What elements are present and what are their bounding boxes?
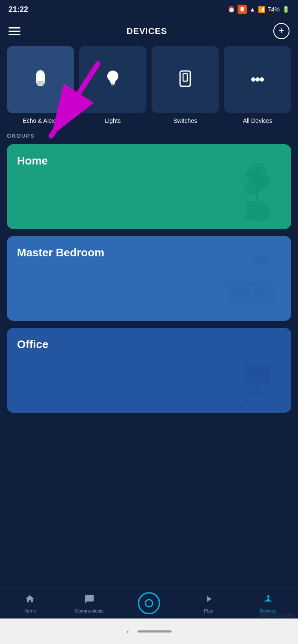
home-nav-icon bbox=[25, 594, 35, 607]
bottom-nav: Home Communicate Play Devices bbox=[0, 587, 298, 618]
svg-rect-27 bbox=[232, 287, 249, 298]
plus-icon: + bbox=[279, 26, 284, 35]
office-decoration bbox=[232, 356, 283, 409]
svg-rect-28 bbox=[253, 287, 270, 298]
switch-svg-icon bbox=[178, 69, 192, 90]
echo-label: Echo & Alexa bbox=[23, 117, 58, 124]
notification-icon bbox=[238, 5, 247, 14]
echo-svg-icon bbox=[33, 69, 48, 90]
group-card-office[interactable]: Office bbox=[7, 328, 291, 413]
devices-nav-icon bbox=[263, 594, 273, 607]
status-icons: ⏰ ▲ 📶 74% 🔋 bbox=[228, 5, 289, 14]
svg-rect-0 bbox=[241, 7, 244, 11]
office-group-title: Office bbox=[17, 338, 49, 351]
alexa-circle[interactable] bbox=[138, 592, 160, 614]
home-pill[interactable] bbox=[138, 630, 172, 633]
nav-alexa[interactable] bbox=[119, 592, 179, 615]
svg-rect-1 bbox=[241, 11, 243, 11]
all-devices-label: All Devices bbox=[243, 117, 272, 124]
groups-section-label: GROUPS bbox=[0, 133, 298, 144]
nav-play[interactable]: Play bbox=[179, 594, 238, 613]
add-button[interactable]: + bbox=[273, 23, 289, 39]
status-time: 21:22 bbox=[9, 5, 28, 14]
svg-point-21 bbox=[249, 163, 266, 171]
group-cards: Home Master Bedroom bbox=[0, 144, 298, 413]
nav-devices[interactable]: Devices bbox=[238, 594, 298, 613]
communicate-nav-icon bbox=[84, 594, 95, 607]
svg-point-13 bbox=[251, 77, 255, 82]
bulb-svg-icon bbox=[104, 69, 121, 90]
status-bar: 21:22 ⏰ ▲ 📶 74% 🔋 bbox=[0, 0, 298, 19]
svg-rect-25 bbox=[223, 281, 278, 285]
svg-rect-8 bbox=[110, 81, 115, 83]
echo-icon-box bbox=[7, 46, 74, 113]
lights-icon-box bbox=[79, 46, 146, 113]
lights-label: Lights bbox=[105, 117, 120, 124]
svg-rect-9 bbox=[111, 83, 115, 84]
svg-rect-31 bbox=[246, 392, 268, 394]
category-lights[interactable]: Lights bbox=[79, 46, 146, 124]
group-card-home[interactable]: Home bbox=[7, 144, 291, 229]
svg-marker-23 bbox=[251, 255, 272, 264]
alarm-icon: ⏰ bbox=[228, 6, 235, 13]
communicate-nav-label: Communicate bbox=[75, 608, 104, 613]
svg-line-33 bbox=[266, 394, 268, 403]
svg-point-14 bbox=[255, 77, 260, 82]
master-bedroom-group-title: Master Bedroom bbox=[17, 246, 104, 259]
category-all-devices[interactable]: All Devices bbox=[224, 46, 291, 124]
category-switches[interactable]: Switches bbox=[152, 46, 219, 124]
home-group-title: Home bbox=[17, 154, 48, 167]
battery-text: 74% bbox=[268, 6, 280, 13]
device-categories: Echo & Alexa Lights Switches bbox=[0, 46, 298, 133]
alexa-inner-icon bbox=[145, 599, 153, 607]
signal-icon: 📶 bbox=[258, 6, 265, 13]
svg-rect-10 bbox=[111, 84, 115, 85]
hamburger-menu[interactable] bbox=[9, 27, 20, 35]
bedroom-decoration bbox=[219, 251, 287, 321]
page-title: DEVICES bbox=[127, 26, 167, 36]
nav-communicate[interactable]: Communicate bbox=[60, 594, 119, 613]
play-nav-label: Play bbox=[204, 608, 213, 613]
wifi-icon: ▲ bbox=[249, 6, 255, 13]
svg-rect-30 bbox=[255, 383, 259, 392]
svg-point-15 bbox=[260, 77, 264, 82]
nav-home[interactable]: Home bbox=[0, 594, 60, 613]
svg-point-7 bbox=[107, 71, 118, 82]
system-bar: ‹ bbox=[0, 618, 298, 644]
svg-rect-29 bbox=[244, 364, 270, 383]
back-button[interactable]: ‹ bbox=[126, 627, 129, 636]
category-echo[interactable]: Echo & Alexa bbox=[7, 46, 74, 124]
watermark: www.989214.com bbox=[260, 613, 294, 618]
switches-icon-box bbox=[152, 46, 219, 113]
play-nav-icon bbox=[203, 594, 214, 607]
svg-rect-12 bbox=[183, 74, 187, 81]
top-nav: DEVICES + bbox=[0, 19, 298, 46]
group-card-master-bedroom[interactable]: Master Bedroom bbox=[7, 236, 291, 321]
battery-icon: 🔋 bbox=[282, 6, 289, 13]
svg-line-32 bbox=[246, 394, 249, 403]
all-devices-icon-box bbox=[224, 46, 291, 113]
plant-decoration bbox=[232, 155, 283, 225]
home-nav-label: Home bbox=[23, 608, 36, 613]
switches-label: Switches bbox=[173, 117, 197, 124]
more-svg-icon bbox=[247, 69, 268, 90]
